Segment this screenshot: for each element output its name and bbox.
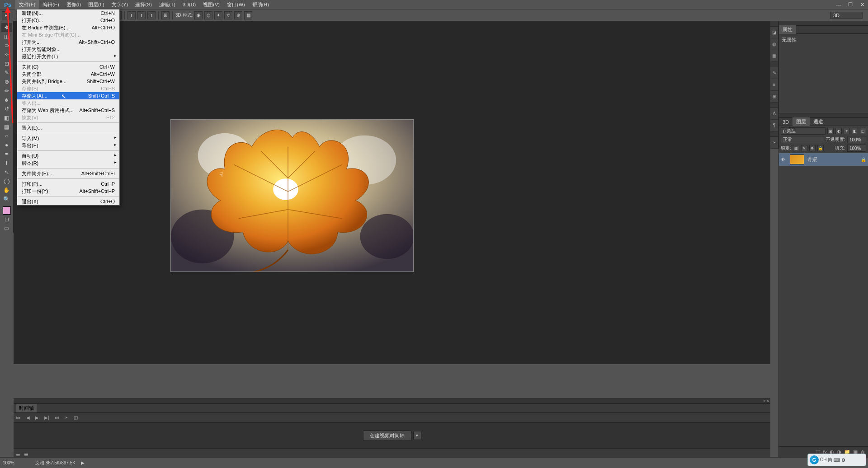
lock-pos-icon[interactable]: ✥ xyxy=(809,145,816,151)
3d-icon-6[interactable]: ▦ xyxy=(244,11,252,19)
3d-icon-3[interactable]: ✦ xyxy=(214,11,222,19)
dist-1-icon[interactable]: ⫿ xyxy=(127,11,136,19)
close-button[interactable]: ✕ xyxy=(856,0,868,9)
heal-tool[interactable]: ⊛ xyxy=(1,77,12,86)
gradient-tool[interactable]: ▤ xyxy=(1,122,12,131)
document-canvas[interactable] xyxy=(170,119,414,272)
menu-help[interactable]: 帮助(H) xyxy=(249,0,273,9)
menu-view[interactable]: 视图(V) xyxy=(199,0,223,9)
ime-set-icon[interactable]: ⚙ xyxy=(841,458,845,463)
marquee-tool[interactable]: ◫ xyxy=(1,32,12,41)
timeline-tab[interactable]: 时间轴 xyxy=(16,404,37,412)
ime-lang[interactable]: CH 简 xyxy=(820,457,832,463)
properties-tab[interactable]: 属性 xyxy=(779,26,868,34)
menu-item[interactable]: 文件简介(F)...Alt+Shift+Ctrl+I xyxy=(17,170,119,177)
filter-type-icon[interactable]: T xyxy=(844,128,850,134)
layer-filter-select[interactable]: ρ 类型 xyxy=(781,127,826,135)
menu-item[interactable]: 打开(O)...Ctrl+O xyxy=(17,17,119,24)
ime-widget[interactable]: G CH 简 ⌨ ⚙ xyxy=(807,454,866,466)
menu-item[interactable]: 最近打开文件(T) xyxy=(17,53,119,60)
goto-end-icon[interactable]: ⏭ xyxy=(55,415,59,420)
dock-swatches-icon[interactable]: ▦ xyxy=(771,50,778,62)
wand-tool[interactable]: ✧ xyxy=(1,50,12,59)
blur-tool[interactable]: ○ xyxy=(1,131,12,140)
menu-item[interactable]: 关闭并转到 Bridge...Shift+Ctrl+W xyxy=(17,78,119,85)
history-brush-tool[interactable]: ↺ xyxy=(1,104,12,113)
dock-adjust-icon[interactable]: ✂ xyxy=(771,137,778,149)
stamp-tool[interactable]: ♣ xyxy=(1,95,12,104)
brush-tool[interactable]: ✏ xyxy=(1,86,12,95)
opacity-value[interactable]: 100% xyxy=(847,136,866,143)
play-icon[interactable]: ▶ xyxy=(35,415,39,420)
layer-name[interactable]: 背景 xyxy=(807,156,858,163)
pen-tool[interactable]: ✒ xyxy=(1,150,12,159)
menu-item[interactable]: 打开为智能对象... xyxy=(17,46,119,53)
menu-item[interactable]: 退出(X)Ctrl+Q xyxy=(17,198,119,205)
timeline-zoom-out-icon[interactable]: ▂ xyxy=(16,450,20,455)
dodge-tool[interactable]: ● xyxy=(1,140,12,150)
next-frame-icon[interactable]: ▶| xyxy=(44,415,49,420)
tab-3d[interactable]: 3D xyxy=(779,118,793,126)
menu-item[interactable]: 关闭全部Alt+Ctrl+W xyxy=(17,70,119,78)
opt-icon-a[interactable]: ⊞ xyxy=(161,11,170,19)
type-tool[interactable]: T xyxy=(1,159,12,168)
lock-all-icon[interactable]: 🔒 xyxy=(817,145,824,151)
menu-layer[interactable]: 图层(L) xyxy=(85,0,108,9)
visibility-icon[interactable]: 👁 xyxy=(781,157,787,162)
fill-value[interactable]: 100% xyxy=(847,145,866,152)
menu-item[interactable]: 导出(E) xyxy=(17,142,119,149)
dock-color-icon[interactable]: ◍ xyxy=(771,38,778,50)
split-icon[interactable]: ◫ xyxy=(74,415,78,420)
menu-file[interactable]: 文件(F) xyxy=(15,0,39,9)
timeline-zoom-in-icon[interactable]: ▃ xyxy=(24,450,28,455)
zoom-level[interactable]: 100% xyxy=(3,460,30,465)
lock-trans-icon[interactable]: ▦ xyxy=(793,145,799,151)
dock-history-icon[interactable]: ◪ xyxy=(771,27,778,38)
status-arrow-icon[interactable]: ▶ xyxy=(81,460,85,465)
3d-icon-1[interactable]: ◉ xyxy=(194,11,203,19)
dist-2-icon[interactable]: ⫿ xyxy=(137,11,146,19)
lock-pixel-icon[interactable]: ✎ xyxy=(801,145,807,151)
eyedropper-tool[interactable]: ✎ xyxy=(1,68,12,77)
3d-icon-5[interactable]: ⊕ xyxy=(234,11,242,19)
workspace-select[interactable]: 3D xyxy=(830,12,863,19)
menu-item[interactable]: 自动(U) xyxy=(17,152,119,159)
dock-clone-icon[interactable]: ⊞ xyxy=(771,91,778,103)
3d-icon-2[interactable]: ◎ xyxy=(204,11,212,19)
ime-kb-icon[interactable]: ⌨ xyxy=(834,458,840,463)
menu-image[interactable]: 图像(I) xyxy=(63,0,85,9)
layer-thumbnail[interactable] xyxy=(790,154,804,164)
menu-item[interactable]: 打印一份(Y)Alt+Shift+Ctrl+P xyxy=(17,187,119,195)
menu-window[interactable]: 窗口(W) xyxy=(223,0,249,9)
menu-select[interactable]: 选择(S) xyxy=(132,0,156,9)
menu-item[interactable]: 关闭(C)Ctrl+W xyxy=(17,63,119,70)
menu-item[interactable]: 新建(N)...Ctrl+N xyxy=(17,9,119,17)
menu-item[interactable]: 置入(L)... xyxy=(17,124,119,131)
dock-para-icon[interactable]: ¶ xyxy=(771,120,778,131)
eraser-tool[interactable]: ◧ xyxy=(1,113,12,122)
path-tool[interactable]: ↖ xyxy=(1,168,12,177)
quickmask-tool[interactable]: ◻ xyxy=(1,215,12,224)
minimize-button[interactable]: — xyxy=(833,0,844,9)
tab-layers[interactable]: 图层 xyxy=(793,117,810,126)
hand-tool[interactable]: ✋ xyxy=(1,186,12,195)
menu-item[interactable]: 存储为 Web 所用格式...Alt+Shift+Ctrl+S xyxy=(17,107,119,114)
3d-icon-4[interactable]: ⟲ xyxy=(224,11,232,19)
menu-item[interactable]: 在 Bridge 中浏览(B)...Alt+Ctrl+O xyxy=(17,24,119,31)
foreground-color[interactable] xyxy=(3,206,11,215)
crop-tool[interactable]: ⊡ xyxy=(1,59,12,68)
screenmode-tool[interactable]: ▭ xyxy=(1,224,12,233)
dock-brush-icon[interactable]: ✎ xyxy=(771,67,778,79)
panel-collapse-icon[interactable]: « ✕ xyxy=(763,399,769,403)
maximize-button[interactable]: ❐ xyxy=(844,0,856,9)
filter-adj-icon[interactable]: ◐ xyxy=(835,128,842,134)
tab-channels[interactable]: 通道 xyxy=(810,117,827,126)
move-tool[interactable]: ✥ xyxy=(1,23,12,32)
menu-item[interactable]: 打开为...Alt+Shift+Ctrl+O xyxy=(17,38,119,46)
filter-img-icon[interactable]: ▣ xyxy=(827,128,834,134)
zoom-tool[interactable]: 🔍 xyxy=(1,195,12,204)
menu-type[interactable]: 文字(Y) xyxy=(108,0,132,9)
shape-tool[interactable]: ◯ xyxy=(1,177,12,186)
blend-mode-select[interactable]: 正常 xyxy=(781,136,824,143)
layer-row[interactable]: 👁 背景 🔒 xyxy=(779,153,868,166)
